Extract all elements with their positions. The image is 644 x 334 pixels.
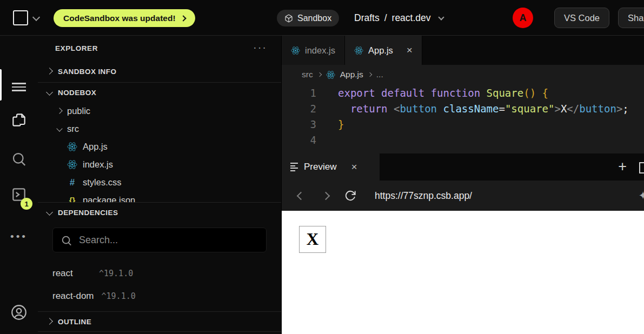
tree-item-label: package.json	[83, 195, 135, 202]
cube-icon	[284, 14, 293, 23]
active-view-indicator	[0, 69, 2, 101]
activity-bar: 1 ••• ⚙	[0, 36, 38, 334]
line-number: 4	[282, 132, 316, 148]
add-devtool-icon[interactable]: +	[618, 158, 627, 175]
sandbox-badge[interactable]: Sandbox	[277, 10, 339, 26]
explorer-more-icon[interactable]: ···	[253, 41, 267, 54]
dependency-name: react-dom	[52, 291, 94, 302]
vscode-button[interactable]: VS Code	[554, 8, 609, 28]
tree-item-label: src	[67, 124, 79, 134]
react-icon	[67, 159, 77, 170]
tree-file-app-js[interactable]: App.js	[38, 138, 281, 156]
line-number: 3	[282, 117, 316, 132]
breadcrumb-more: ...	[376, 70, 383, 79]
tree-file-index-js[interactable]: index.js	[38, 156, 281, 173]
tree-folder-src[interactable]: src	[38, 120, 281, 138]
update-banner-label: CodeSandbox was updated!	[63, 14, 176, 23]
avatar-letter: A	[520, 12, 527, 24]
dependency-version: ^19.1.0	[99, 269, 133, 278]
tree-file-package-json[interactable]: {}package.json	[38, 191, 281, 202]
react-icon	[326, 70, 335, 79]
editor-tab-app-js[interactable]: App.js×	[345, 36, 422, 65]
menu-icon[interactable]	[0, 75, 38, 99]
chevron-down-icon	[46, 89, 53, 96]
back-icon[interactable]	[288, 193, 313, 199]
chevron-right-icon	[368, 72, 372, 76]
dependency-name: react	[52, 268, 91, 279]
css-icon: #	[67, 177, 77, 188]
search-icon[interactable]	[0, 147, 38, 171]
chevron-down-icon	[56, 125, 62, 131]
project-name: react.dev	[392, 12, 431, 24]
refresh-icon[interactable]	[338, 190, 363, 202]
preview-url[interactable]: https://77sznp.csb.app/	[375, 190, 472, 202]
account-icon[interactable]	[0, 300, 38, 324]
codesandbox-logo-icon[interactable]	[13, 10, 28, 25]
editor-tab-index-js[interactable]: index.js	[282, 36, 345, 65]
preview-tab[interactable]: Preview ×	[282, 153, 380, 181]
layout-icon[interactable]	[639, 162, 644, 173]
code-line-1: 1export default function Square() {	[282, 85, 644, 101]
dependency-search	[52, 228, 267, 252]
code-text	[316, 132, 338, 148]
divider	[38, 331, 281, 332]
section-outline[interactable]: OUTLINE	[38, 312, 281, 331]
tree-item-label: App.js	[83, 142, 108, 152]
codesandbox-window: CodeSandbox was updated! Sandbox Drafts …	[0, 0, 644, 334]
more-tools-icon[interactable]: •••	[0, 225, 38, 249]
code-line-3: 3}	[282, 117, 644, 132]
section-dependencies[interactable]: DEPENDENCIES	[38, 203, 281, 222]
sparkle-icon[interactable]: ✦	[638, 189, 644, 202]
project-chevron-down-icon	[438, 14, 444, 20]
chevron-right-icon	[56, 108, 62, 113]
code-text: export default function Square() {	[316, 85, 548, 101]
dependency-react[interactable]: react^19.1.0	[38, 262, 281, 285]
update-banner-button[interactable]: CodeSandbox was updated!	[54, 9, 195, 27]
dependency-list: react^19.1.0react-dom^19.1.0	[38, 262, 281, 308]
tree-file-styles-css[interactable]: #styles.css	[38, 173, 281, 191]
code-editor[interactable]: 1export default function Square() {2 ret…	[282, 84, 644, 153]
avatar[interactable]: A	[513, 8, 533, 28]
top-bar: CodeSandbox was updated! Sandbox Drafts …	[0, 0, 644, 36]
chevron-right-icon	[180, 15, 186, 21]
section-sandbox-info[interactable]: SANDBOX INFO	[38, 61, 281, 82]
sandbox-badge-label: Sandbox	[297, 14, 331, 23]
code-line-4: 4	[282, 132, 644, 148]
breadcrumb-folder: src	[302, 70, 313, 79]
chevron-right-icon	[46, 68, 53, 75]
breadcrumb-separator: /	[384, 12, 387, 24]
line-number: 1	[282, 85, 316, 101]
close-icon[interactable]: ×	[351, 161, 357, 173]
explorer-files-icon[interactable]	[0, 108, 38, 132]
dependency-react-dom[interactable]: react-dom^19.1.0	[38, 285, 281, 308]
tab-label: App.js	[368, 45, 393, 56]
tab-label: index.js	[305, 45, 335, 56]
preview-icon	[290, 162, 298, 173]
explorer-title: EXPLORER	[55, 44, 98, 52]
breadcrumb-file: App.js	[340, 70, 363, 79]
project-breadcrumb[interactable]: Drafts / react.dev	[354, 0, 443, 36]
editor-breadcrumb[interactable]: src App.js ...	[282, 65, 644, 84]
dependency-search-input[interactable]	[53, 228, 266, 252]
section-nodebox[interactable]: NODEBOX	[38, 83, 281, 102]
tree-item-label: public	[67, 106, 90, 116]
workspace-name: Drafts	[354, 12, 380, 24]
tree-folder-public[interactable]: public	[38, 102, 281, 120]
preview-tab-label: Preview	[304, 162, 336, 172]
preview-tab-strip: Preview × +	[282, 153, 644, 181]
editor-area: index.jsApp.js× src App.js ... 1export d…	[282, 36, 644, 334]
file-tree: publicsrcApp.jsindex.js#styles.css{}pack…	[38, 102, 281, 202]
terminal-icon[interactable]: 1	[0, 184, 38, 208]
code-text: }	[316, 117, 344, 132]
editor-tab-strip: index.jsApp.js×	[282, 36, 644, 65]
terminal-badge: 1	[21, 198, 32, 210]
share-button[interactable]: Share	[618, 8, 644, 28]
json-icon: {}	[67, 196, 77, 202]
react-icon	[291, 46, 300, 55]
workspace-chevron-down-icon[interactable]	[32, 14, 40, 21]
close-icon[interactable]: ×	[407, 44, 413, 56]
line-number: 2	[282, 101, 316, 117]
preview-url-bar: https://77sznp.csb.app/ ✦	[282, 181, 644, 211]
square-button[interactable]: X	[299, 226, 326, 253]
forward-icon[interactable]	[313, 193, 338, 199]
